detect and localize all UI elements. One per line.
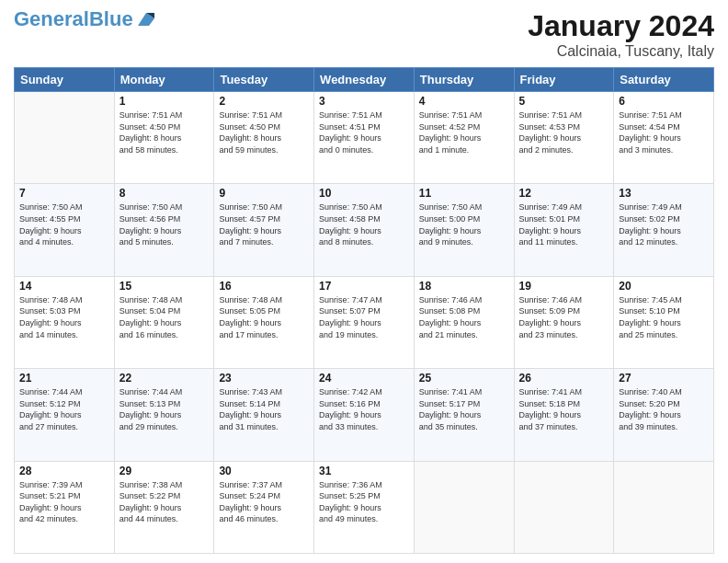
day-number: 13 [619,187,709,200]
logo-general: General [14,7,89,30]
day-number: 15 [119,280,210,293]
day-info: Sunrise: 7:43 AMSunset: 5:14 PMDaylight:… [219,386,309,432]
day-number: 27 [619,372,709,385]
day-info: Sunrise: 7:44 AMSunset: 5:12 PMDaylight:… [19,386,109,432]
calendar-cell: 17Sunrise: 7:47 AMSunset: 5:07 PMDayligh… [314,276,415,368]
calendar-cell: 20Sunrise: 7:45 AMSunset: 5:10 PMDayligh… [614,276,714,368]
calendar-cell: 16Sunrise: 7:48 AMSunset: 5:05 PMDayligh… [214,276,314,368]
day-info: Sunrise: 7:51 AMSunset: 4:53 PMDaylight:… [519,109,609,155]
calendar-cell: 21Sunrise: 7:44 AMSunset: 5:12 PMDayligh… [15,369,115,461]
day-info: Sunrise: 7:39 AMSunset: 5:21 PMDaylight:… [19,479,109,525]
calendar-cell: 29Sunrise: 7:38 AMSunset: 5:22 PMDayligh… [114,461,214,553]
day-number: 11 [419,187,509,200]
day-number: 25 [419,372,509,385]
day-number: 4 [419,95,509,108]
calendar-cell: 22Sunrise: 7:44 AMSunset: 5:13 PMDayligh… [114,369,214,461]
day-info: Sunrise: 7:41 AMSunset: 5:17 PMDaylight:… [419,386,509,432]
calendar-cell: 3Sunrise: 7:51 AMSunset: 4:51 PMDaylight… [314,92,415,184]
calendar-cell: 24Sunrise: 7:42 AMSunset: 5:16 PMDayligh… [314,369,415,461]
day-number: 2 [219,95,309,108]
calendar-day-header: Tuesday [214,68,314,92]
page: GeneralBlue January 2024 Calcinaia, Tusc… [0,0,728,563]
calendar-cell: 26Sunrise: 7:41 AMSunset: 5:18 PMDayligh… [514,369,614,461]
calendar-cell: 6Sunrise: 7:51 AMSunset: 4:54 PMDaylight… [614,92,714,184]
calendar-day-header: Thursday [414,68,514,92]
logo: GeneralBlue [14,9,156,29]
day-info: Sunrise: 7:45 AMSunset: 5:10 PMDaylight:… [619,294,709,340]
day-number: 31 [319,465,409,477]
calendar-cell [514,461,614,553]
calendar-cell: 9Sunrise: 7:50 AMSunset: 4:57 PMDaylight… [214,184,314,276]
day-info: Sunrise: 7:40 AMSunset: 5:20 PMDaylight:… [619,386,709,432]
title-block: January 2024 Calcinaia, Tuscany, Italy [528,9,714,60]
calendar-cell [15,92,115,184]
day-number: 12 [519,187,609,200]
day-info: Sunrise: 7:48 AMSunset: 5:03 PMDaylight:… [19,294,109,340]
calendar-cell [614,461,714,553]
day-info: Sunrise: 7:51 AMSunset: 4:50 PMDaylight:… [119,109,210,155]
logo-blue: Blue [89,7,133,30]
calendar-week-row: 7Sunrise: 7:50 AMSunset: 4:55 PMDaylight… [15,184,714,276]
day-number: 17 [319,280,409,293]
day-number: 7 [19,187,109,200]
day-info: Sunrise: 7:50 AMSunset: 4:57 PMDaylight:… [219,201,309,247]
calendar-cell: 25Sunrise: 7:41 AMSunset: 5:17 PMDayligh… [414,369,514,461]
day-info: Sunrise: 7:51 AMSunset: 4:51 PMDaylight:… [319,109,409,155]
calendar-day-header: Saturday [614,68,714,92]
day-info: Sunrise: 7:46 AMSunset: 5:08 PMDaylight:… [419,294,509,340]
calendar-cell: 2Sunrise: 7:51 AMSunset: 4:50 PMDaylight… [214,92,314,184]
calendar-cell: 15Sunrise: 7:48 AMSunset: 5:04 PMDayligh… [114,276,214,368]
day-info: Sunrise: 7:51 AMSunset: 4:54 PMDaylight:… [619,109,709,155]
day-number: 21 [19,372,109,385]
day-number: 22 [119,372,210,385]
day-number: 8 [119,187,210,200]
day-info: Sunrise: 7:48 AMSunset: 5:04 PMDaylight:… [119,294,210,340]
calendar-week-row: 14Sunrise: 7:48 AMSunset: 5:03 PMDayligh… [15,276,714,368]
day-number: 29 [119,465,210,477]
calendar-cell: 14Sunrise: 7:48 AMSunset: 5:03 PMDayligh… [15,276,115,368]
day-info: Sunrise: 7:41 AMSunset: 5:18 PMDaylight:… [519,386,609,432]
calendar-day-header: Wednesday [314,68,415,92]
calendar-cell: 7Sunrise: 7:50 AMSunset: 4:55 PMDaylight… [15,184,115,276]
logo-text: GeneralBlue [14,9,133,29]
day-info: Sunrise: 7:48 AMSunset: 5:05 PMDaylight:… [219,294,309,340]
day-info: Sunrise: 7:44 AMSunset: 5:13 PMDaylight:… [119,386,210,432]
calendar-cell: 23Sunrise: 7:43 AMSunset: 5:14 PMDayligh… [214,369,314,461]
day-number: 16 [219,280,309,293]
calendar-header-row: SundayMondayTuesdayWednesdayThursdayFrid… [15,68,714,92]
day-info: Sunrise: 7:50 AMSunset: 4:58 PMDaylight:… [319,201,409,247]
day-info: Sunrise: 7:36 AMSunset: 5:25 PMDaylight:… [319,479,409,525]
day-info: Sunrise: 7:51 AMSunset: 4:50 PMDaylight:… [219,109,309,155]
day-number: 26 [519,372,609,385]
calendar-cell: 11Sunrise: 7:50 AMSunset: 5:00 PMDayligh… [414,184,514,276]
day-info: Sunrise: 7:50 AMSunset: 4:56 PMDaylight:… [119,201,210,247]
calendar-cell: 30Sunrise: 7:37 AMSunset: 5:24 PMDayligh… [214,461,314,553]
day-info: Sunrise: 7:38 AMSunset: 5:22 PMDaylight:… [119,479,210,525]
day-info: Sunrise: 7:50 AMSunset: 4:55 PMDaylight:… [19,201,109,247]
day-info: Sunrise: 7:42 AMSunset: 5:16 PMDaylight:… [319,386,409,432]
calendar-cell: 4Sunrise: 7:51 AMSunset: 4:52 PMDaylight… [414,92,514,184]
calendar-cell: 1Sunrise: 7:51 AMSunset: 4:50 PMDaylight… [114,92,214,184]
day-info: Sunrise: 7:50 AMSunset: 5:00 PMDaylight:… [419,201,509,247]
calendar-subtitle: Calcinaia, Tuscany, Italy [528,43,714,60]
day-number: 3 [319,95,409,108]
day-info: Sunrise: 7:46 AMSunset: 5:09 PMDaylight:… [519,294,609,340]
day-number: 14 [19,280,109,293]
day-number: 30 [219,465,309,477]
calendar-cell: 8Sunrise: 7:50 AMSunset: 4:56 PMDaylight… [114,184,214,276]
day-info: Sunrise: 7:47 AMSunset: 5:07 PMDaylight:… [319,294,409,340]
calendar-day-header: Sunday [15,68,115,92]
calendar-cell [414,461,514,553]
day-number: 9 [219,187,309,200]
calendar-cell: 5Sunrise: 7:51 AMSunset: 4:53 PMDaylight… [514,92,614,184]
day-number: 6 [619,95,709,108]
day-number: 18 [419,280,509,293]
logo-icon [136,9,156,29]
calendar-table: SundayMondayTuesdayWednesdayThursdayFrid… [14,67,714,554]
day-number: 5 [519,95,609,108]
calendar-cell: 28Sunrise: 7:39 AMSunset: 5:21 PMDayligh… [15,461,115,553]
day-info: Sunrise: 7:49 AMSunset: 5:02 PMDaylight:… [619,201,709,247]
day-number: 10 [319,187,409,200]
calendar-cell: 27Sunrise: 7:40 AMSunset: 5:20 PMDayligh… [614,369,714,461]
day-number: 23 [219,372,309,385]
